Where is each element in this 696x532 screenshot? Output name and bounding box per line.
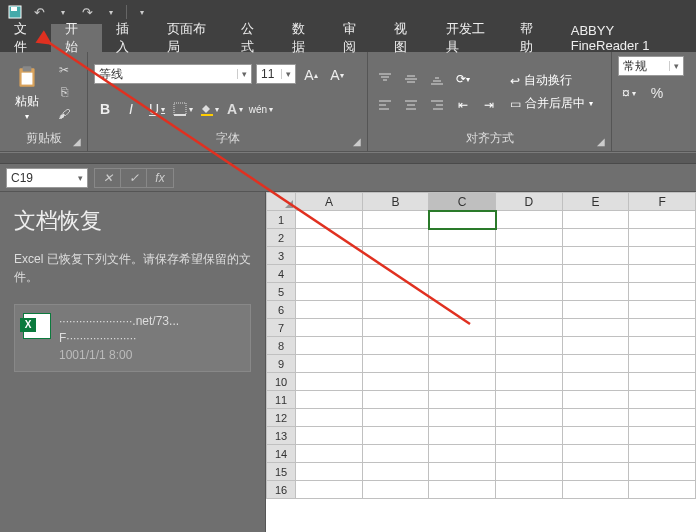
- align-left-button[interactable]: [374, 95, 396, 115]
- accounting-button[interactable]: ¤▾: [618, 82, 640, 104]
- select-all-button[interactable]: [267, 193, 296, 211]
- cut-button[interactable]: ✂: [54, 61, 74, 79]
- cell[interactable]: [429, 211, 496, 229]
- cell[interactable]: [496, 337, 563, 355]
- cell[interactable]: [496, 247, 563, 265]
- orientation-button[interactable]: ⟳▾: [452, 69, 474, 89]
- cell[interactable]: [562, 391, 629, 409]
- row-header[interactable]: 16: [267, 481, 296, 499]
- save-button[interactable]: [6, 3, 24, 21]
- merge-center-button[interactable]: ▭合并后居中▾: [510, 95, 593, 112]
- cell[interactable]: [362, 247, 429, 265]
- cell[interactable]: [429, 319, 496, 337]
- cell[interactable]: [362, 283, 429, 301]
- column-header[interactable]: E: [562, 193, 629, 211]
- insert-function-button[interactable]: fx: [147, 169, 173, 187]
- cell[interactable]: [629, 247, 696, 265]
- cell[interactable]: [562, 283, 629, 301]
- name-box[interactable]: C19▾: [6, 168, 88, 188]
- bold-button[interactable]: B: [94, 98, 116, 120]
- cell[interactable]: [296, 445, 363, 463]
- cell[interactable]: [562, 409, 629, 427]
- align-top-button[interactable]: [374, 69, 396, 89]
- cell[interactable]: [496, 373, 563, 391]
- cell[interactable]: [296, 373, 363, 391]
- cell[interactable]: [496, 355, 563, 373]
- cell[interactable]: [629, 463, 696, 481]
- tab-formula[interactable]: 公式: [227, 24, 278, 52]
- cell[interactable]: [296, 265, 363, 283]
- cell[interactable]: [296, 355, 363, 373]
- cell[interactable]: [362, 463, 429, 481]
- align-center-button[interactable]: [400, 95, 422, 115]
- cell[interactable]: [562, 229, 629, 247]
- cell[interactable]: [629, 427, 696, 445]
- row-header[interactable]: 5: [267, 283, 296, 301]
- column-header[interactable]: A: [296, 193, 363, 211]
- cell[interactable]: [496, 409, 563, 427]
- cell[interactable]: [562, 481, 629, 499]
- row-header[interactable]: 8: [267, 337, 296, 355]
- shrink-font-button[interactable]: A▾: [326, 64, 348, 86]
- cell[interactable]: [629, 211, 696, 229]
- cell[interactable]: [429, 373, 496, 391]
- cell[interactable]: [629, 301, 696, 319]
- row-header[interactable]: 2: [267, 229, 296, 247]
- cell[interactable]: [429, 427, 496, 445]
- cell[interactable]: [629, 481, 696, 499]
- align-launcher[interactable]: ◢: [597, 136, 605, 147]
- row-header[interactable]: 15: [267, 463, 296, 481]
- cell[interactable]: [429, 229, 496, 247]
- tab-abbyy[interactable]: ABBYY FineReader 1: [557, 24, 696, 52]
- column-header[interactable]: D: [496, 193, 563, 211]
- undo-button[interactable]: ↶: [30, 3, 48, 21]
- align-bottom-button[interactable]: [426, 69, 448, 89]
- cell[interactable]: [562, 301, 629, 319]
- wrap-text-button[interactable]: ↩自动换行: [510, 72, 593, 89]
- font-name-combo[interactable]: 等线▾: [94, 64, 252, 84]
- cell[interactable]: [362, 337, 429, 355]
- cell[interactable]: [562, 427, 629, 445]
- cell[interactable]: [362, 427, 429, 445]
- tab-help[interactable]: 帮助: [506, 24, 557, 52]
- paste-button[interactable]: 粘贴 ▾: [6, 63, 48, 121]
- cell[interactable]: [362, 211, 429, 229]
- cell[interactable]: [362, 445, 429, 463]
- increase-indent-button[interactable]: ⇥: [478, 95, 500, 115]
- decrease-indent-button[interactable]: ⇤: [452, 95, 474, 115]
- row-header[interactable]: 13: [267, 427, 296, 445]
- cell[interactable]: [429, 301, 496, 319]
- undo-dropdown[interactable]: ▾: [54, 3, 72, 21]
- tab-review[interactable]: 审阅: [329, 24, 380, 52]
- cell[interactable]: [629, 229, 696, 247]
- cell[interactable]: [629, 373, 696, 391]
- cell[interactable]: [562, 463, 629, 481]
- cell[interactable]: [296, 427, 363, 445]
- cell[interactable]: [362, 355, 429, 373]
- cell[interactable]: [496, 319, 563, 337]
- row-header[interactable]: 12: [267, 409, 296, 427]
- cell[interactable]: [629, 319, 696, 337]
- tab-home[interactable]: 开始: [51, 24, 102, 52]
- tab-file[interactable]: 文件: [0, 24, 51, 52]
- align-right-button[interactable]: [426, 95, 448, 115]
- tab-data[interactable]: 数据: [278, 24, 329, 52]
- italic-button[interactable]: I: [120, 98, 142, 120]
- row-header[interactable]: 3: [267, 247, 296, 265]
- spreadsheet-grid[interactable]: ABCDEF12345678910111213141516: [266, 192, 696, 532]
- cell[interactable]: [496, 391, 563, 409]
- underline-button[interactable]: U▾: [146, 98, 168, 120]
- cell[interactable]: [496, 283, 563, 301]
- clipboard-launcher[interactable]: ◢: [73, 136, 81, 147]
- cell[interactable]: [562, 211, 629, 229]
- cell[interactable]: [429, 463, 496, 481]
- formula-input[interactable]: [180, 168, 690, 188]
- cell[interactable]: [429, 445, 496, 463]
- cell[interactable]: [296, 481, 363, 499]
- cell[interactable]: [296, 211, 363, 229]
- qat-customize[interactable]: ▾: [133, 3, 151, 21]
- cell[interactable]: [496, 481, 563, 499]
- cell[interactable]: [629, 265, 696, 283]
- cell[interactable]: [296, 301, 363, 319]
- fill-color-button[interactable]: ▾: [198, 98, 220, 120]
